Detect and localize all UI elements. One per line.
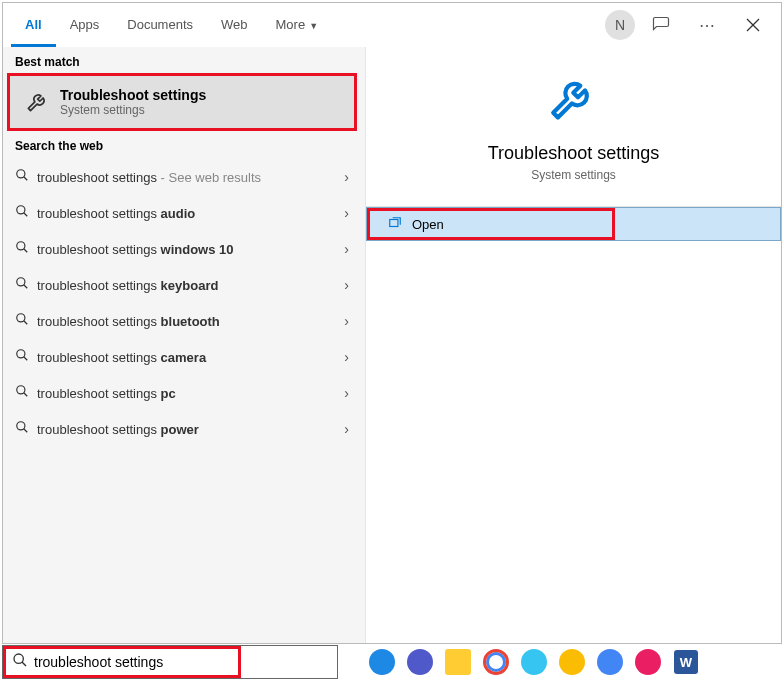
svg-point-12 (17, 350, 25, 358)
web-result-item[interactable]: troubleshoot settings - See web results› (3, 159, 365, 195)
web-result-item[interactable]: troubleshoot settings power› (3, 411, 365, 447)
search-icon (15, 384, 37, 402)
more-options-icon[interactable]: ⋯ (687, 5, 727, 45)
svg-line-9 (24, 285, 28, 289)
word-taskbar-icon[interactable]: W (668, 646, 704, 678)
open-icon (388, 216, 402, 233)
web-result-item[interactable]: troubleshoot settings pc› (3, 375, 365, 411)
search-icon (15, 204, 37, 222)
search-icon (15, 276, 37, 294)
search-icon (15, 168, 37, 186)
svg-line-17 (24, 429, 28, 433)
tab-web[interactable]: Web (207, 3, 262, 47)
web-result-label: troubleshoot settings power (37, 422, 340, 437)
search-icon (15, 348, 37, 366)
svg-rect-18 (390, 219, 398, 226)
search-icon (15, 240, 37, 258)
svg-point-10 (17, 314, 25, 322)
web-result-item[interactable]: troubleshoot settings audio› (3, 195, 365, 231)
wrench-icon (22, 89, 54, 115)
best-match-subtitle: System settings (60, 103, 206, 117)
teams-taskbar-icon[interactable] (402, 646, 438, 678)
svg-line-15 (24, 393, 28, 397)
search-web-label: Search the web (3, 131, 365, 157)
taskbar: W (0, 644, 784, 680)
svg-line-13 (24, 357, 28, 361)
best-match-result[interactable]: Troubleshoot settings System settings (7, 73, 357, 131)
tab-more[interactable]: More▼ (262, 3, 333, 47)
paint-taskbar-icon[interactable] (630, 646, 666, 678)
svg-point-19 (14, 654, 23, 663)
chevron-right-icon[interactable]: › (340, 277, 353, 293)
web-result-item[interactable]: troubleshoot settings windows 10› (3, 231, 365, 267)
tab-documents[interactable]: Documents (113, 3, 207, 47)
web-result-label: troubleshoot settings pc (37, 386, 340, 401)
search-icon (15, 312, 37, 330)
svg-point-6 (17, 242, 25, 250)
web-result-label: troubleshoot settings camera (37, 350, 340, 365)
web-result-label: troubleshoot settings keyboard (37, 278, 340, 293)
chrome-canary-taskbar-icon[interactable] (554, 646, 590, 678)
web-result-item[interactable]: troubleshoot settings keyboard› (3, 267, 365, 303)
svg-line-11 (24, 321, 28, 325)
chevron-right-icon[interactable]: › (340, 421, 353, 437)
web-result-label: troubleshoot settings - See web results (37, 170, 340, 185)
chrome-taskbar-icon[interactable] (478, 646, 514, 678)
open-action-row[interactable]: Open (366, 207, 781, 241)
tab-apps[interactable]: Apps (56, 3, 114, 47)
taskbar-search[interactable] (2, 645, 338, 679)
svg-line-5 (24, 213, 28, 217)
svg-line-7 (24, 249, 28, 253)
svg-point-8 (17, 278, 25, 286)
chevron-right-icon[interactable]: › (340, 205, 353, 221)
filter-tabs: All Apps Documents Web More▼ N ⋯ (3, 3, 781, 47)
svg-point-14 (17, 386, 25, 394)
edge-taskbar-icon[interactable] (364, 646, 400, 678)
preview-subtitle: System settings (366, 168, 781, 182)
search-input[interactable] (34, 654, 238, 670)
tab-all[interactable]: All (11, 3, 56, 47)
web-result-label: troubleshoot settings windows 10 (37, 242, 340, 257)
web-result-label: troubleshoot settings bluetooth (37, 314, 340, 329)
wrench-icon (546, 71, 602, 131)
web-result-item[interactable]: troubleshoot settings bluetooth› (3, 303, 365, 339)
feedback-icon[interactable] (641, 5, 681, 45)
chevron-right-icon[interactable]: › (340, 385, 353, 401)
svg-point-16 (17, 422, 25, 430)
chevron-right-icon[interactable]: › (340, 349, 353, 365)
svg-point-4 (17, 206, 25, 214)
web-result-label: troubleshoot settings audio (37, 206, 340, 221)
svg-line-3 (24, 177, 28, 181)
web-result-item[interactable]: troubleshoot settings camera› (3, 339, 365, 375)
best-match-label: Best match (3, 47, 365, 73)
web-results-list: troubleshoot settings - See web results›… (3, 157, 365, 447)
search-icon (15, 420, 37, 438)
best-match-title: Troubleshoot settings (60, 87, 206, 103)
close-icon[interactable] (733, 5, 773, 45)
file-explorer-taskbar-icon[interactable] (440, 646, 476, 678)
svg-point-2 (17, 170, 25, 178)
taskbar-tray: W (364, 646, 704, 678)
preview-title: Troubleshoot settings (366, 143, 781, 164)
chevron-right-icon[interactable]: › (340, 169, 353, 185)
search-icon (12, 652, 28, 672)
user-avatar[interactable]: N (605, 10, 635, 40)
snip-taskbar-icon[interactable] (592, 646, 628, 678)
chevron-right-icon[interactable]: › (340, 313, 353, 329)
svg-line-20 (22, 662, 26, 666)
chevron-right-icon[interactable]: › (340, 241, 353, 257)
chevron-down-icon: ▼ (309, 21, 318, 31)
slack-taskbar-icon[interactable] (516, 646, 552, 678)
result-preview: Troubleshoot settings System settings (366, 47, 781, 207)
open-label: Open (412, 217, 444, 232)
